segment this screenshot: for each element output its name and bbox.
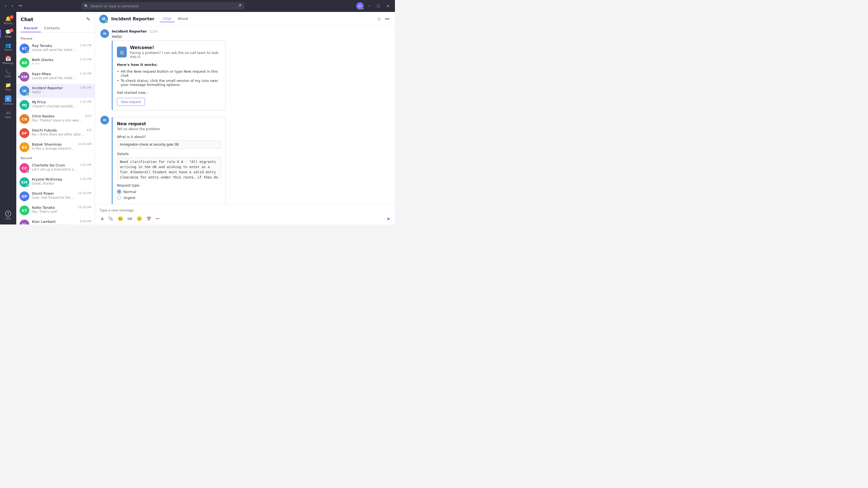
sidebar-item-meetings[interactable]: 📅 Meetings <box>1 54 15 66</box>
attach-button[interactable]: 📎 <box>106 215 115 222</box>
list-item[interactable]: KL Kian Lambert Have you ran this by Bet… <box>16 218 95 225</box>
chat-info: Ray Tanaka Louisa will send the initial … <box>32 44 77 52</box>
chat-preview: Have you ran this by Beth? Make sure she… <box>32 224 77 225</box>
chat-time: 9:58 AM <box>80 220 91 223</box>
chat-name: Babak Shammas <box>32 142 75 147</box>
chat-header-avatar: IR <box>99 14 108 23</box>
chat-panel-title: Chat <box>21 17 33 22</box>
list-item[interactable]: DF Daichi Fukuda No, I think there are o… <box>16 126 95 140</box>
sidebar-item-chat[interactable]: 💬 Chat 1 <box>1 27 15 40</box>
list-item[interactable]: IR Incident Reporter Hello! 1:40 PM <box>16 84 95 98</box>
message-content: New request Tell us about the problem Wh… <box>112 116 390 204</box>
chat-info: Kayo Miwa Louisa will send the initial l… <box>32 72 77 80</box>
welcome-card-body: Here's how it works: Hit the New request… <box>117 63 221 106</box>
radio-urgent[interactable]: Urgent <box>117 195 221 200</box>
chat-name: Incident Reporter <box>32 86 77 90</box>
tab-chat[interactable]: Chat <box>160 15 175 22</box>
chat-panel-header: Chat ✎ <box>16 12 95 22</box>
chat-preview: You: That's cool! <box>32 210 75 214</box>
sidebar-item-files[interactable]: 📁 Files <box>1 80 15 93</box>
search-bar[interactable]: 🔍 Search or type a command 🎤 <box>82 2 244 10</box>
sidebar-item-help[interactable]: ? Help <box>1 208 15 222</box>
welcome-card-subtitle: Facing a problem? I can ask the on-call … <box>130 51 221 59</box>
chat-preview: Great, thanks! <box>32 182 77 186</box>
chat-header: IR Incident Reporter Chat About ⬡ ••• <box>95 12 395 26</box>
list-item[interactable]: BS Babak Shammas Is this a strange inter… <box>16 140 95 154</box>
message-row: IR Incident Reporter 12/24 Hello! 🤖 Welc… <box>100 29 390 110</box>
list-item[interactable]: KM Kayo Miwa Louisa will send the initia… <box>16 70 95 84</box>
chat-meta: 6/4 <box>87 128 91 131</box>
message-avatar: IR <box>100 116 109 124</box>
chat-info: David Power Cool, look forward to the up… <box>32 191 75 199</box>
chat-name: Daichi Fukuda <box>32 128 84 132</box>
tab-recent[interactable]: Recent <box>21 24 41 32</box>
tab-about[interactable]: About <box>175 15 191 22</box>
field1-input[interactable] <box>117 140 221 149</box>
list-item[interactable]: RT Ray Tanaka Louisa will send the initi… <box>16 41 95 56</box>
main-chat-area: IR Incident Reporter Chat About ⬡ ••• IR… <box>95 12 395 225</box>
chat-info: Chris Naidoo You: Thanks! Have a nice we… <box>32 114 82 122</box>
files-icon: 📁 <box>5 82 11 88</box>
list-item[interactable]: KM Krystal McKinney Great, thanks! 1:40 … <box>16 175 95 189</box>
welcome-card: 🤖 Welcome! Facing a problem? I can ask t… <box>112 40 226 110</box>
calls-icon: 📞 <box>5 69 11 74</box>
new-chat-button[interactable]: ✎ <box>86 16 90 22</box>
sidebar-item-activity[interactable]: 🔔 Activity 2 <box>1 14 15 26</box>
maximize-button[interactable]: ☐ <box>375 3 382 9</box>
message-input[interactable] <box>99 206 391 214</box>
pop-out-button[interactable]: ⬡ <box>376 15 382 23</box>
chat-name: David Power <box>32 191 75 195</box>
more-options-button[interactable]: ••• <box>384 15 391 23</box>
request-card-subtitle: Tell us about the problem <box>117 127 221 131</box>
sidebar-item-apps[interactable]: ⚏ Apps <box>1 108 15 120</box>
more-toolbar-button[interactable]: ••• <box>154 216 161 222</box>
user-avatar[interactable]: JD <box>356 2 364 10</box>
chat-time: 1:55 PM <box>80 163 91 166</box>
sidebar-item-calls[interactable]: 📞 Calls <box>1 67 15 79</box>
list-item[interactable]: KT Keiko Tanaka You: That's cool! 10:28 … <box>16 203 95 218</box>
radio-normal[interactable]: Normal <box>117 190 221 194</box>
field2-textarea[interactable] <box>117 157 221 179</box>
list-item[interactable]: CC Charlotte De Crum Let's set up a brai… <box>16 161 95 175</box>
sidebar-bottom: ? Help <box>1 208 15 222</box>
close-button[interactable]: ✕ <box>384 3 392 9</box>
more-nav-button[interactable]: ••• <box>17 3 24 9</box>
how-it-works-label: Here's how it works: <box>117 63 221 67</box>
chat-preview: You: Thanks! Have a nice weekend. <box>32 119 82 122</box>
chat-name: Charlotte De Crum <box>32 163 77 167</box>
schedule-button[interactable]: 📅 <box>145 216 153 222</box>
gif-button[interactable]: GIF <box>126 216 134 222</box>
avatar: CN <box>20 114 29 124</box>
header-actions: ⬡ ••• <box>376 15 391 23</box>
minimize-button[interactable]: − <box>366 3 372 9</box>
search-icon: 🔍 <box>84 4 88 8</box>
chat-tabs: Recent Contacts <box>16 22 95 33</box>
request-type-label: Request type <box>117 183 221 187</box>
chat-meta: 1:40 PM <box>80 44 91 47</box>
new-request-button[interactable]: New request <box>117 98 145 106</box>
list-item[interactable]: DP David Power Cool, look forward to the… <box>16 189 95 203</box>
sidebar-item-teams[interactable]: 👥 Teams <box>1 41 15 53</box>
chat-meta: 1:20 PM <box>80 100 91 103</box>
chat-preview: Cool, look forward to the update. <box>32 196 75 199</box>
message-meta: Incident Reporter 12/24 <box>112 29 390 33</box>
tab-contacts[interactable]: Contacts <box>41 24 63 32</box>
back-button[interactable]: ‹ <box>3 2 8 9</box>
sticker-button[interactable]: 🙂 <box>135 215 144 222</box>
meetings-icon: 📅 <box>5 56 11 61</box>
teams-icon: 👥 <box>5 42 11 48</box>
online-status <box>27 51 29 54</box>
send-button[interactable]: ➤ <box>386 216 391 222</box>
list-item[interactable]: CN Chris Naidoo You: Thanks! Have a nice… <box>16 112 95 126</box>
sidebar-item-contoso[interactable]: C Contoso <box>1 94 15 107</box>
chat-preview: Louisa will send the initial list of att… <box>32 48 77 52</box>
field2-label: Details <box>117 152 221 156</box>
avatar: BD <box>20 58 29 67</box>
emoji-button[interactable]: 😊 <box>116 215 125 222</box>
list-item[interactable]: BD Beth Davies • • • 1:43 PM <box>16 56 95 70</box>
chat-time: 5/23 <box>85 114 91 118</box>
list-item[interactable]: MJ MJ Price I haven't checked available … <box>16 98 95 112</box>
forward-button[interactable]: › <box>10 2 14 9</box>
chat-meta: 1:35 PM <box>80 72 91 75</box>
format-button[interactable]: A <box>99 216 105 222</box>
